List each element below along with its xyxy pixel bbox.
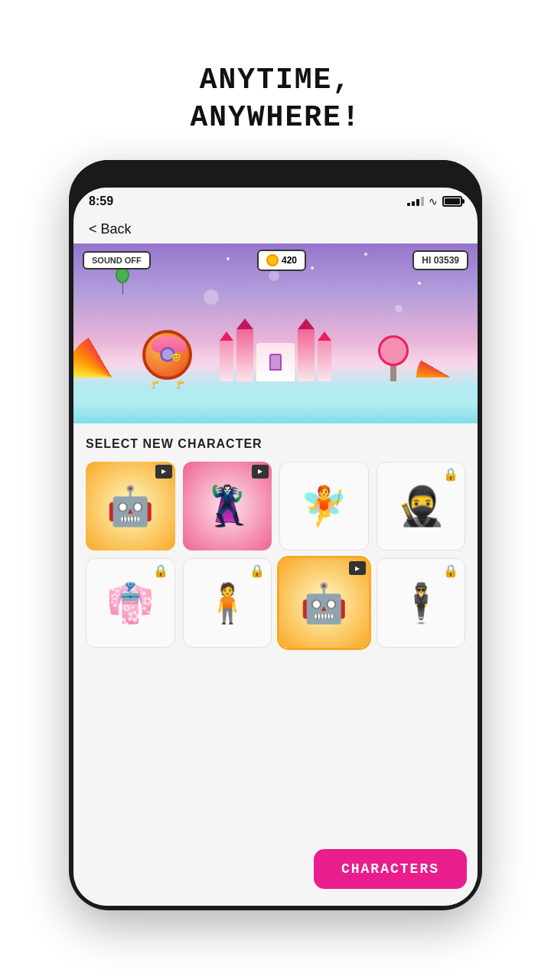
character-card-7[interactable]: 🤖 — [279, 558, 369, 648]
circle-deco — [395, 305, 403, 312]
notch-bump — [230, 160, 321, 178]
wifi-icon: ∿ — [429, 195, 438, 207]
status-bar: 8:59 ∿ — [73, 188, 478, 215]
characters-grid: 🤖 🦹 🧚 🔒 🥷 — [86, 462, 465, 648]
hi-score: HI 03539 — [412, 250, 468, 270]
headline-line1: ANYTIME, — [190, 61, 360, 99]
back-button[interactable]: < Back — [73, 215, 478, 243]
phone-screen: 8:59 ∿ < Back — [73, 188, 478, 906]
status-icons: ∿ — [407, 195, 462, 207]
circle-deco — [269, 270, 279, 281]
char-sprite-2: 🦹 — [204, 487, 251, 525]
sound-button[interactable]: SOUND OFF — [83, 251, 151, 270]
char-sprite-8: 🕴 — [397, 584, 445, 622]
status-time: 8:59 — [89, 194, 113, 208]
character-card-1[interactable]: 🤖 — [86, 462, 175, 551]
lock-icon-5: 🔒 — [153, 564, 168, 578]
character-card-6[interactable]: 🔒 🧍 — [183, 558, 272, 648]
character-card-3[interactable]: 🧚 — [279, 462, 369, 551]
character-card-5[interactable]: 🔒 👘 — [86, 558, 175, 648]
char-sprite-5: 👘 — [106, 584, 154, 622]
char-sprite-7: 🤖 — [300, 584, 347, 622]
tv-badge-1 — [155, 465, 172, 479]
circle-deco — [204, 289, 219, 305]
headline: ANYTIME, ANYWHERE! — [190, 61, 360, 137]
battery-icon — [442, 196, 462, 207]
donut-character: 😊 🦵 🦵 — [142, 330, 192, 380]
rainbow-right — [416, 343, 478, 377]
tv-badge-7 — [349, 561, 366, 575]
signal-icon — [407, 197, 424, 206]
select-title: SELECT NEW CHARACTER — [86, 437, 465, 451]
char-sprite-3: 🧚 — [300, 487, 347, 525]
candy-tree — [378, 335, 409, 381]
coin-icon — [266, 254, 279, 266]
page-background: ANYTIME, ANYWHERE! 8:59 ∿ — [0, 0, 551, 980]
star-deco — [418, 282, 421, 285]
headline-line2: ANYWHERE! — [190, 99, 360, 136]
ground-strip — [73, 404, 478, 423]
phone-notch — [69, 160, 482, 188]
game-banner: 😊 🦵 🦵 SOUND OFF 420 — [73, 243, 478, 404]
character-card-4[interactable]: 🔒 🥷 — [377, 462, 466, 551]
castle — [220, 328, 331, 381]
characters-button[interactable]: CHARACTERS — [314, 849, 467, 889]
lock-icon-6: 🔒 — [249, 564, 265, 578]
char-sprite-1: 🤖 — [106, 487, 154, 525]
coin-score: 420 — [257, 250, 306, 271]
tv-badge-2 — [252, 465, 269, 479]
phone-mockup: 8:59 ∿ < Back — [69, 160, 482, 910]
lock-icon-8: 🔒 — [443, 564, 458, 578]
character-card-2[interactable]: 🦹 — [183, 462, 272, 551]
char-sprite-6: 🧍 — [204, 584, 251, 622]
lock-icon-4: 🔒 — [443, 467, 458, 482]
hud-bar: SOUND OFF 420 HI 03539 — [73, 250, 478, 271]
character-card-8[interactable]: 🔒 🕴 — [377, 558, 466, 648]
character-select-section: SELECT NEW CHARACTER 🤖 🦹 🧚 — [73, 423, 478, 906]
char-sprite-4: 🥷 — [397, 487, 445, 525]
